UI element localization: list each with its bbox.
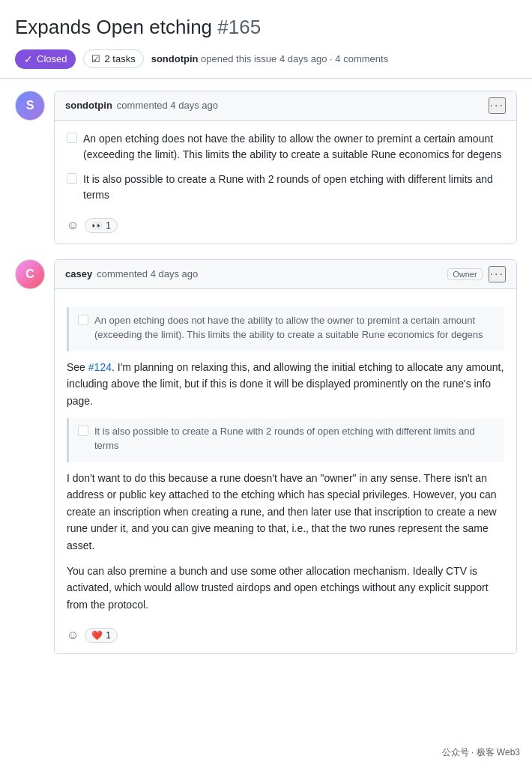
comment-box-1: sondotpin commented 4 days ago ··· An op… <box>54 91 517 244</box>
issue-title-text: Expands Open etching <box>15 16 212 38</box>
comment-thread-2: C casey commented 4 days ago Owner ··· A… <box>15 259 517 654</box>
watermark: 公众号 · 极客 Web3 <box>438 745 525 761</box>
comment-time-1: commented 4 days ago <box>117 100 218 111</box>
eyes-emoji: 👀 <box>91 220 103 231</box>
heart-count: 1 <box>106 630 111 641</box>
quoted-task-text-1: An open etching does not have the abilit… <box>94 313 495 342</box>
body-paragraph-1: See #124. I'm planning on relaxing this,… <box>67 359 504 409</box>
page-header: Expands Open etching #165 ✓ Closed ☑ 2 t… <box>0 0 532 79</box>
comment-box-2: casey commented 4 days ago Owner ··· An … <box>54 259 517 654</box>
comment-author-1: sondotpin <box>65 100 112 111</box>
check-circle-icon: ✓ <box>24 53 33 65</box>
quoted-task-item-2: It is also possible to create a Rune wit… <box>78 424 495 453</box>
task-item-1: An open etching does not have the abilit… <box>67 131 504 163</box>
avatar-sondotpin: S <box>15 91 45 121</box>
issue-title: Expands Open etching #165 <box>15 15 517 40</box>
comment-time-2: commented 4 days ago <box>97 268 198 279</box>
comment-thread-1: S sondotpin commented 4 days ago ··· An … <box>15 91 517 244</box>
meta-author: sondotpin <box>151 53 199 64</box>
comments-section: S sondotpin commented 4 days ago ··· An … <box>0 79 532 681</box>
quoted-task-checkbox-2 <box>78 426 88 436</box>
comment-body-2: An open etching does not have the abilit… <box>55 289 516 653</box>
more-options-button-1[interactable]: ··· <box>489 97 506 114</box>
reactions-2: ☺ ❤️ 1 <box>67 622 504 643</box>
task-checkbox-2[interactable] <box>67 173 77 184</box>
avatar-casey: C <box>15 259 45 289</box>
task-checkbox-1[interactable] <box>67 133 77 143</box>
task-text-2: It is also possible to create a Rune wit… <box>83 172 504 203</box>
status-badge: ✓ Closed <box>15 49 76 69</box>
quoted-task-item-1: An open etching does not have the abilit… <box>78 313 495 342</box>
issue-124-link[interactable]: #124 <box>88 361 112 373</box>
comment-author-2: casey <box>65 268 92 279</box>
comment-header-2: casey commented 4 days ago Owner ··· <box>55 260 516 289</box>
comment-header-left-2: casey commented 4 days ago <box>65 268 198 279</box>
task-text-1: An open etching does not have the abilit… <box>83 131 504 163</box>
reactions-1: ☺ 👀 1 <box>67 212 504 233</box>
issue-number: #165 <box>217 16 261 38</box>
tasks-badge: ☑ 2 tasks <box>83 49 143 68</box>
add-reaction-button-2[interactable]: ☺ <box>67 629 79 642</box>
status-label: Closed <box>37 53 67 64</box>
quoted-block-2: It is also possible to create a Rune wit… <box>67 418 504 462</box>
owner-badge: Owner <box>447 268 482 280</box>
tasks-label: 2 tasks <box>104 53 135 64</box>
quoted-block-1: An open etching does not have the abilit… <box>67 307 504 351</box>
reaction-heart-1[interactable]: ❤️ 1 <box>85 628 118 643</box>
issue-meta: ✓ Closed ☑ 2 tasks sondotpin opened this… <box>15 49 517 69</box>
body-paragraph-3: You can also premine a bunch and use som… <box>67 563 504 613</box>
comment-header-left-1: sondotpin commented 4 days ago <box>65 100 218 111</box>
comment-header-1: sondotpin commented 4 days ago ··· <box>55 91 516 121</box>
reaction-eyes-1[interactable]: 👀 1 <box>85 218 118 233</box>
meta-description: opened this issue 4 days ago · 4 comment… <box>201 53 388 64</box>
comment-body-1: An open etching does not have the abilit… <box>55 121 516 244</box>
quoted-task-checkbox-1 <box>78 315 88 325</box>
comment-header-right-1: ··· <box>489 97 506 114</box>
tasks-icon: ☑ <box>91 53 100 64</box>
heart-emoji: ❤️ <box>91 630 103 641</box>
more-options-button-2[interactable]: ··· <box>489 266 506 282</box>
eyes-count: 1 <box>106 220 111 231</box>
task-item-2: It is also possible to create a Rune wit… <box>67 172 504 203</box>
body-paragraph-2: I don't want to do this because a rune d… <box>67 470 504 554</box>
comment-header-right-2: Owner ··· <box>447 266 506 282</box>
quoted-task-text-2: It is also possible to create a Rune wit… <box>94 424 495 453</box>
add-reaction-button-1[interactable]: ☺ <box>67 219 79 232</box>
issue-meta-text: sondotpin opened this issue 4 days ago ·… <box>151 53 389 64</box>
